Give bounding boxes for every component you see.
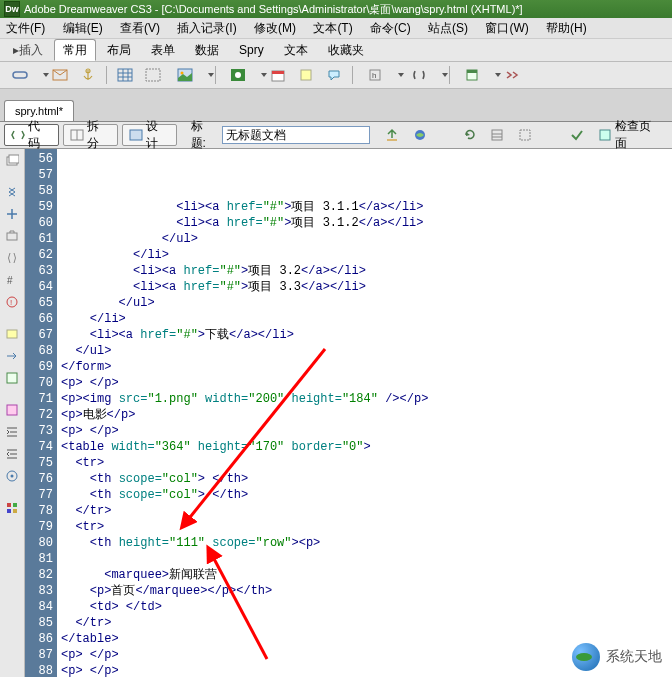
- div-icon[interactable]: [141, 64, 165, 86]
- menu-site[interactable]: 站点(S): [428, 21, 468, 35]
- menu-window[interactable]: 窗口(W): [485, 21, 528, 35]
- title-text: Adobe Dreamweaver CS3 - [C:\Documents an…: [24, 0, 523, 18]
- menu-modify[interactable]: 修改(M): [254, 21, 296, 35]
- design-view-button[interactable]: 设计: [122, 124, 177, 146]
- svg-rect-3: [146, 69, 160, 81]
- svg-rect-0: [13, 72, 27, 78]
- svg-point-35: [11, 475, 14, 478]
- preview-icon[interactable]: [408, 124, 432, 146]
- svg-rect-24: [600, 130, 610, 140]
- insert-toolbar: h: [0, 62, 672, 89]
- svg-rect-9: [272, 71, 284, 74]
- menu-bar[interactable]: 文件(F) 编辑(E) 查看(V) 插入记录(I) 修改(M) 文本(T) 命令…: [0, 18, 672, 39]
- check-page-icon[interactable]: 检查页面: [593, 124, 668, 146]
- select-parent-icon[interactable]: [3, 227, 21, 245]
- svg-rect-37: [13, 503, 17, 507]
- script-icon[interactable]: [403, 64, 443, 86]
- tag-chooser-icon[interactable]: [500, 64, 524, 86]
- line-numbers-icon[interactable]: #: [3, 271, 21, 289]
- svg-rect-31: [7, 330, 17, 338]
- outdent-icon[interactable]: [3, 445, 21, 463]
- validate-icon[interactable]: [565, 124, 589, 146]
- format-source-icon[interactable]: [3, 467, 21, 485]
- globe-icon: [572, 643, 600, 671]
- svg-rect-2: [118, 69, 132, 81]
- insert-tab-forms[interactable]: 表单: [142, 39, 184, 61]
- svg-rect-23: [520, 130, 530, 140]
- document-toolbar: 代码 拆分 设计 标题: 检查页面: [0, 122, 672, 149]
- insert-tab-layout[interactable]: 布局: [98, 39, 140, 61]
- svg-rect-10: [301, 70, 311, 80]
- menu-text[interactable]: 文本(T): [313, 21, 352, 35]
- insert-tab-spry[interactable]: Spry: [230, 39, 273, 61]
- email-link-icon[interactable]: [48, 64, 72, 86]
- refresh-icon[interactable]: [458, 124, 482, 146]
- visual-aids-icon[interactable]: [513, 124, 537, 146]
- split-view-button[interactable]: 拆分: [63, 124, 118, 146]
- menu-help[interactable]: 帮助(H): [546, 21, 587, 35]
- open-documents-icon[interactable]: [3, 151, 21, 169]
- templates-icon[interactable]: [456, 64, 496, 86]
- collapse-icon[interactable]: [3, 183, 21, 201]
- menu-commands[interactable]: 命令(C): [370, 21, 411, 35]
- watermark: 系统天地: [572, 643, 662, 671]
- move-css-icon[interactable]: [3, 401, 21, 419]
- comment-icon[interactable]: [322, 64, 346, 86]
- title-label: 标题:: [191, 118, 218, 152]
- svg-rect-36: [7, 503, 11, 507]
- svg-point-7: [235, 72, 241, 78]
- recent-snippets-icon[interactable]: [3, 369, 21, 387]
- title-bar: Dw Adobe Dreamweaver CS3 - [C:\Documents…: [0, 0, 672, 18]
- svg-rect-38: [7, 509, 11, 513]
- svg-rect-26: [9, 155, 19, 163]
- expand-icon[interactable]: [3, 205, 21, 223]
- server-include-icon[interactable]: [294, 64, 318, 86]
- insert-tab-text[interactable]: 文本: [275, 39, 317, 61]
- svg-rect-14: [467, 70, 477, 73]
- view-options-icon[interactable]: [486, 124, 510, 146]
- insert-tab-data[interactable]: 数据: [186, 39, 228, 61]
- apply-comment-icon[interactable]: [3, 325, 21, 343]
- code-area: # ! 565758596061626364656667686970717273…: [0, 149, 672, 677]
- menu-insert[interactable]: 插入记录(I): [177, 21, 236, 35]
- media-icon[interactable]: [222, 64, 262, 86]
- file-management-icon[interactable]: [380, 124, 404, 146]
- image-icon[interactable]: [169, 64, 209, 86]
- app-logo-icon: Dw: [4, 1, 20, 17]
- insert-dropdown[interactable]: ▸ 插入: [4, 39, 52, 61]
- menu-edit[interactable]: 编辑(E): [63, 21, 103, 35]
- svg-rect-33: [7, 405, 17, 415]
- title-input[interactable]: [222, 126, 370, 144]
- svg-rect-20: [492, 130, 502, 140]
- hyperlink-icon[interactable]: [4, 64, 44, 86]
- code-editor[interactable]: <li><a href="#">项目 3.1.1</a></li> <li><a…: [57, 149, 672, 677]
- table-icon[interactable]: [113, 64, 137, 86]
- insert-tab-favorites[interactable]: 收藏夹: [319, 39, 373, 61]
- svg-rect-39: [13, 509, 17, 513]
- indent-icon[interactable]: [3, 423, 21, 441]
- svg-rect-27: [7, 233, 17, 240]
- menu-view[interactable]: 查看(V): [120, 21, 160, 35]
- date-icon[interactable]: [266, 64, 290, 86]
- svg-text:!: !: [10, 298, 12, 307]
- menu-file[interactable]: 文件(F): [6, 21, 45, 35]
- balance-braces-icon[interactable]: [3, 249, 21, 267]
- code-gutter-toolbar: # !: [0, 149, 25, 677]
- svg-text:h: h: [372, 71, 376, 80]
- wrap-tag-icon[interactable]: [3, 347, 21, 365]
- line-numbers: 5657585960616263646566676869707172737475…: [25, 149, 57, 677]
- svg-rect-17: [130, 130, 142, 140]
- svg-rect-32: [7, 373, 17, 383]
- watermark-text: 系统天地: [606, 648, 662, 666]
- code-view-button[interactable]: 代码: [4, 124, 59, 146]
- insert-bar: ▸ 插入 常用 布局 表单 数据 Spry 文本 收藏夹: [0, 39, 672, 62]
- anchor-icon[interactable]: [76, 64, 100, 86]
- syntax-coloring-icon[interactable]: [3, 499, 21, 517]
- svg-text:#: #: [7, 275, 13, 286]
- highlight-invalid-icon[interactable]: !: [3, 293, 21, 311]
- head-icon[interactable]: h: [359, 64, 399, 86]
- insert-tab-common[interactable]: 常用: [54, 39, 96, 61]
